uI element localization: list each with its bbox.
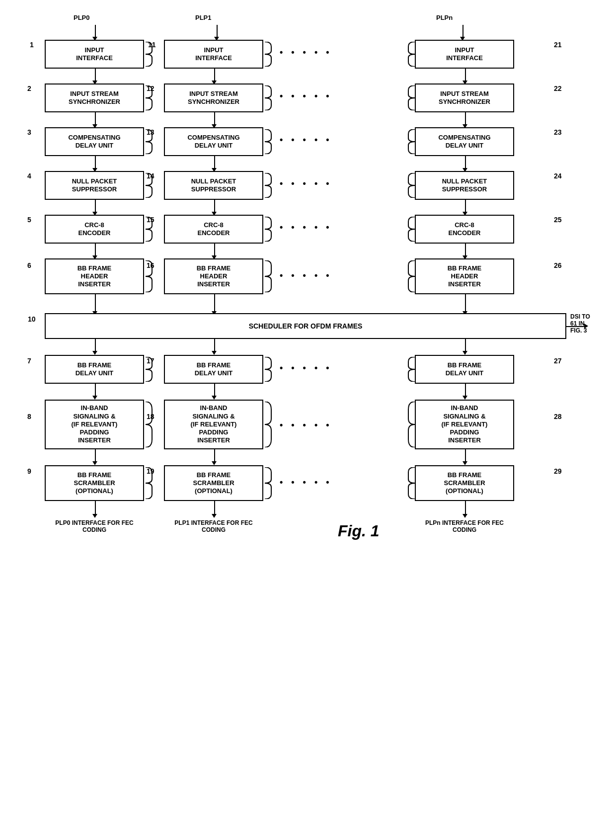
arrowhead-sched-17 — [212, 351, 217, 355]
bracket-8 — [143, 402, 153, 447]
arrowhead-sched-27 — [462, 351, 467, 355]
num-1: 1 — [30, 41, 34, 49]
bracket-17 — [262, 357, 272, 382]
num-25: 25 — [554, 216, 562, 224]
arrowhead-7-8 — [92, 396, 97, 400]
num-28: 28 — [554, 413, 562, 420]
footer-0: PLP0 INTERFACE FOR FEC CODING — [45, 519, 144, 533]
block-4: NULL PACKETSUPPRESSOR — [45, 171, 144, 200]
block-7: BB FRAMEDELAY UNIT — [45, 355, 144, 384]
block-24: NULL PACKETSUPPRESSOR — [415, 171, 514, 200]
arrowhead-27-28 — [462, 396, 467, 400]
block-3: COMPENSATINGDELAY UNIT — [45, 127, 144, 156]
block-8: IN-BANDSIGNALING &(IF RELEVANT)PADDINGIN… — [45, 400, 144, 449]
bracket-14 — [262, 173, 272, 198]
num-2: 2 — [27, 84, 31, 92]
block-22: INPUT STREAMSYNCHRONIZER — [415, 84, 514, 112]
block-5: CRC-8ENCODER — [45, 215, 144, 244]
dots-row3: • • • • • — [280, 135, 332, 145]
arrowhead-19-out — [212, 514, 217, 518]
num-18: 18 — [147, 413, 154, 420]
num-4: 4 — [27, 172, 31, 180]
bracket-16 — [262, 260, 272, 292]
bracket-29 — [407, 467, 417, 499]
dots-row4: • • • • • — [280, 178, 332, 189]
block-6: BB FRAMEHEADERINSERTER — [45, 258, 144, 294]
num-9: 9 — [27, 467, 31, 475]
dots-row5: • • • • • — [280, 222, 332, 233]
num-6: 6 — [27, 261, 31, 269]
num-23: 23 — [554, 128, 562, 136]
num-15: 15 — [147, 216, 154, 224]
bracket-24 — [407, 173, 417, 198]
num-21: 21 — [554, 41, 562, 49]
num-14: 14 — [147, 172, 154, 180]
arrow-16-sched — [214, 294, 215, 313]
bracket-11 — [262, 42, 272, 67]
num-26: 26 — [554, 261, 562, 269]
num-8: 8 — [27, 413, 31, 420]
bracket-25 — [407, 217, 417, 242]
arrowhead-18-19 — [212, 461, 217, 465]
bracket-28 — [407, 402, 417, 447]
diagram: PLP0 1 INPUTINTERFACE 2 INPUT STREAMSYNC… — [0, 0, 616, 840]
bracket-23 — [407, 129, 417, 154]
block-23: COMPENSATINGDELAY UNIT — [415, 127, 514, 156]
block-29: BB FRAMESCRAMBLER(OPTIONAL) — [415, 465, 514, 501]
arrow-26-sched — [465, 294, 466, 313]
plp0-label: PLP0 — [74, 14, 90, 21]
block-13: COMPENSATINGDELAY UNIT — [164, 127, 263, 156]
bracket-15 — [262, 217, 272, 242]
block-21: INPUTINTERFACE — [415, 40, 514, 69]
dots-row6: • • • • • — [280, 270, 332, 281]
dots-row7: • • • • • — [280, 363, 332, 373]
block-12: INPUT STREAMSYNCHRONIZER — [164, 84, 263, 112]
plp1-label: PLP1 — [195, 14, 212, 21]
bracket-22 — [407, 85, 417, 110]
bracket-27 — [407, 357, 417, 382]
footer-1: PLP1 INTERFACE FOR FEC CODING — [164, 519, 263, 533]
block-17: BB FRAMEDELAY UNIT — [164, 355, 263, 384]
bracket-13 — [262, 129, 272, 154]
num-24: 24 — [554, 172, 562, 180]
block-27: BB FRAMEDELAY UNIT — [415, 355, 514, 384]
arrow-6-sched — [95, 294, 96, 313]
arrowhead-17-18 — [212, 396, 217, 400]
num-11: 11 — [148, 41, 156, 49]
block-15: CRC-8ENCODER — [164, 215, 263, 244]
num-5: 5 — [27, 216, 31, 224]
arrowhead-28-29 — [462, 461, 467, 465]
block-9: BB FRAMESCRAMBLER(OPTIONAL) — [45, 465, 144, 501]
num-10: 10 — [28, 315, 36, 323]
num-22: 22 — [554, 84, 562, 92]
num-19: 19 — [147, 467, 154, 475]
bracket-26 — [407, 260, 417, 292]
dots-row2: • • • • • — [280, 91, 332, 101]
dots-row9: • • • • • — [280, 477, 332, 488]
bracket-19 — [262, 467, 272, 499]
block-2: INPUT STREAMSYNCHRONIZER — [45, 84, 144, 112]
block-16: BB FRAMEHEADERINSERTER — [164, 258, 263, 294]
block-19: BB FRAMESCRAMBLER(OPTIONAL) — [164, 465, 263, 501]
num-13: 13 — [147, 128, 154, 136]
bracket-12 — [262, 85, 272, 110]
arrowhead-sched-7 — [92, 351, 97, 355]
block-28: IN-BANDSIGNALING &(IF RELEVANT)PADDINGIN… — [415, 400, 514, 449]
block-26: BB FRAMEHEADERINSERTER — [415, 258, 514, 294]
num-29: 29 — [554, 467, 562, 475]
arrow-dsi — [566, 326, 586, 327]
bracket-21 — [407, 42, 417, 67]
arrowhead-9-out — [92, 514, 97, 518]
num-3: 3 — [27, 128, 31, 136]
arrowhead-8-9 — [92, 461, 97, 465]
arrowhead-dsi — [584, 324, 588, 329]
dots-row8: • • • • • — [280, 420, 332, 430]
num-17: 17 — [147, 357, 154, 365]
num-7: 7 — [27, 357, 31, 365]
plpn-label: PLPn — [436, 14, 453, 21]
block-25: CRC-8ENCODER — [415, 215, 514, 244]
scheduler-block: SCHEDULER FOR OFDM FRAMES — [45, 313, 566, 339]
block-11: INPUTINTERFACE — [164, 40, 263, 69]
num-27: 27 — [554, 357, 562, 365]
num-12: 12 — [147, 84, 154, 92]
